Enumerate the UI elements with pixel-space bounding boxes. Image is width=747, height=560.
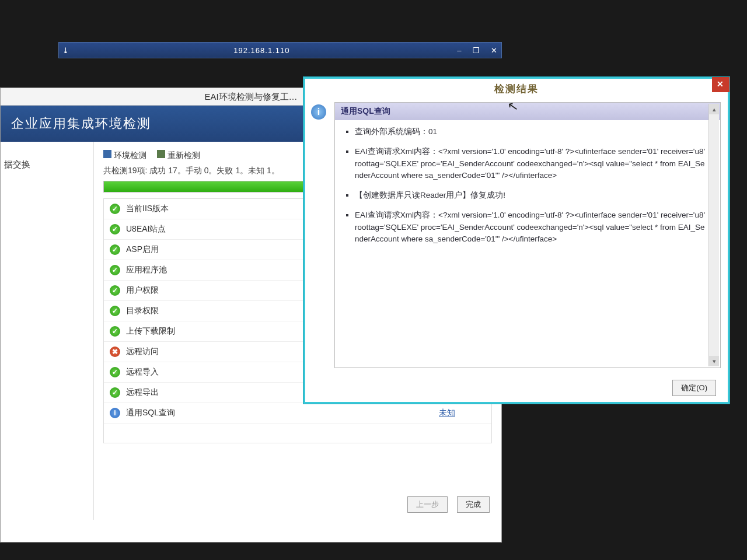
ok-icon: ✓ <box>110 265 120 275</box>
refresh-icon <box>157 150 165 158</box>
result-item: EAI查询请求Xml内容：<?xml version='1.0' encodin… <box>355 209 708 245</box>
list-item: i通用SQL查询未知 <box>104 403 491 424</box>
ok-icon: ✓ <box>110 285 120 296</box>
result-item: EAI查询请求Xml内容：<?xml version='1.0' encodin… <box>355 146 708 181</box>
scrollbar[interactable]: ▴ ▾ <box>708 104 719 366</box>
ok-button[interactable]: 确定(O) <box>672 380 716 396</box>
info-icon: i <box>110 408 120 418</box>
section-heading: 通用SQL查询 <box>335 103 720 120</box>
dialog-title: 检测结果 ✕ <box>305 79 728 99</box>
dialog-content: 通用SQL查询 查询外部系统编码：01 EAI查询请求Xml内容：<?xml v… <box>334 102 721 368</box>
minimize-button[interactable]: – <box>452 46 467 55</box>
prev-button[interactable]: 上一步 <box>407 496 448 513</box>
dialog-close-button[interactable]: ✕ <box>712 77 729 92</box>
ok-icon: ✓ <box>110 244 120 255</box>
ok-icon: ✓ <box>110 306 120 316</box>
result-item: 【创建数据库只读Reader用户】修复成功! <box>355 190 708 201</box>
result-dialog: 检测结果 ✕ i 通用SQL查询 查询外部系统编码：01 EAI查询请求Xml内… <box>303 77 729 404</box>
close-button[interactable]: ✕ <box>486 46 501 55</box>
status-link[interactable]: 未知 <box>439 408 455 417</box>
env-check-button[interactable]: 环境检测 <box>103 150 146 161</box>
sidebar: 据交换 <box>1 142 94 520</box>
ok-icon: ✓ <box>110 326 120 337</box>
rdp-address: 192.168.1.110 <box>72 46 452 55</box>
ok-icon: ✓ <box>110 204 120 214</box>
dialog-info-icon: i <box>311 102 334 368</box>
result-item: 查询外部系统编码：01 <box>355 126 708 138</box>
ok-icon: ✓ <box>110 387 120 398</box>
pin-icon[interactable]: ⤓ <box>59 46 72 55</box>
error-icon: ✖ <box>110 346 120 357</box>
env-icon <box>103 150 111 158</box>
recheck-button[interactable]: 重新检测 <box>157 150 200 161</box>
scroll-down-icon[interactable]: ▾ <box>709 356 719 366</box>
scroll-up-icon[interactable]: ▴ <box>709 104 719 114</box>
sidebar-item[interactable]: 据交换 <box>4 159 90 170</box>
rdp-titlebar: ⤓ 192.168.1.110 – ❐ ✕ <box>58 42 502 58</box>
ok-icon: ✓ <box>110 224 120 235</box>
ok-icon: ✓ <box>110 367 120 377</box>
restore-button[interactable]: ❐ <box>469 46 484 55</box>
finish-button[interactable]: 完成 <box>457 496 490 513</box>
